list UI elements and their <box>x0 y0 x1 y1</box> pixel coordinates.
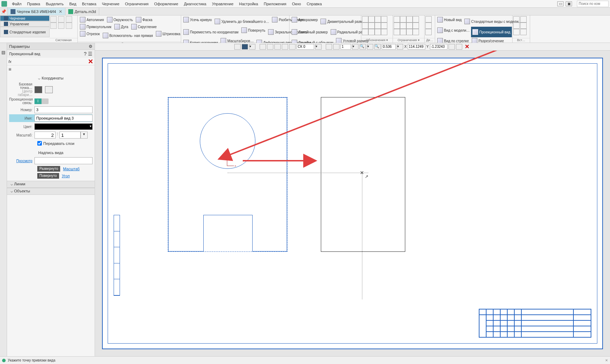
window-cascade-icon[interactable]: ▣ <box>566 1 572 6</box>
close-icon[interactable]: ✕ <box>463 43 471 50</box>
btn-arc[interactable]: Дуга <box>113 23 130 30</box>
pin-icon[interactable]: 📌 <box>0 8 8 15</box>
zoom-in-icon[interactable]: 🔍 <box>374 44 381 50</box>
ct-icon[interactable] <box>456 44 462 50</box>
search-input[interactable] <box>577 1 609 7</box>
layers-checkbox[interactable] <box>37 141 42 146</box>
btn-modelview[interactable]: Вид с модели… <box>436 27 471 34</box>
close-icon[interactable]: ✕ <box>88 58 93 65</box>
ct-icon[interactable] <box>333 44 339 50</box>
tree-icon[interactable]: ▤ <box>1 50 5 55</box>
constr-icon[interactable] <box>413 16 419 23</box>
ct-icon[interactable] <box>242 44 248 50</box>
print-icon[interactable] <box>50 23 57 29</box>
tab-drawing[interactable]: Чертеж БЕЗ ИМЕНИ4 ✕ <box>8 8 65 15</box>
ct-icon[interactable] <box>267 44 273 50</box>
scale-den[interactable] <box>59 132 81 139</box>
ct-icon[interactable] <box>449 44 455 50</box>
ct-dropdown[interactable]: ▾ <box>352 44 358 50</box>
menu-edit[interactable]: Правка <box>24 1 43 7</box>
btn-rectangle[interactable]: Прямоугольник <box>78 23 113 30</box>
basepoint-icon-1[interactable] <box>34 86 42 93</box>
ins-icon[interactable] <box>513 16 520 23</box>
status-close-icon[interactable]: ✕ <box>605 358 608 362</box>
ins-icon[interactable] <box>520 29 527 35</box>
ct-icon[interactable] <box>274 44 281 50</box>
step-input[interactable] <box>341 44 351 50</box>
preview-link[interactable]: Просмотр <box>16 159 32 163</box>
annot-icon[interactable] <box>375 29 381 35</box>
btn-circle[interactable]: Окружность <box>106 16 134 23</box>
diag-icon[interactable] <box>425 29 432 35</box>
list-icon[interactable]: ☰ <box>88 51 93 57</box>
btn-auxline[interactable]: Вспомогатель- ная прямая <box>101 30 154 41</box>
constr-icon[interactable] <box>406 29 413 35</box>
ct-icon[interactable] <box>260 44 266 50</box>
projlink-toggle[interactable]: I <box>34 98 49 104</box>
menu-select[interactable]: Выделить <box>43 1 66 7</box>
btn-diam[interactable]: Диаметральный размер <box>319 16 368 27</box>
annot-icon[interactable] <box>368 16 375 23</box>
tab-part[interactable]: Деталь.m3d <box>65 8 99 15</box>
zoom-out-icon[interactable]: 🔍 <box>360 44 366 50</box>
btn-trim[interactable]: Усечь кривую <box>182 16 213 23</box>
ins-icon[interactable] <box>513 29 520 35</box>
link-angle[interactable]: Угол <box>60 173 72 179</box>
annot-icon[interactable] <box>368 29 375 35</box>
fx-icon[interactable]: fx <box>8 59 12 64</box>
save-icon[interactable] <box>66 16 72 23</box>
open-icon[interactable] <box>58 16 64 23</box>
zoom-input[interactable] <box>382 44 396 50</box>
annot-icon[interactable] <box>362 29 368 35</box>
btn-chamfer[interactable]: Фаска <box>134 16 154 23</box>
section-coords[interactable]: Координаты <box>9 75 93 82</box>
constr-icon[interactable] <box>394 23 400 29</box>
constr-icon[interactable] <box>406 16 413 23</box>
menu-constraints[interactable]: Ограничения <box>122 1 151 7</box>
annot-icon[interactable] <box>368 23 375 29</box>
menu-insert[interactable]: Вставка <box>79 1 99 7</box>
menu-manage[interactable]: Управление <box>209 1 236 7</box>
btn-autoline[interactable]: Автолиния <box>78 16 106 23</box>
ct-icon[interactable] <box>326 44 332 50</box>
annot-icon[interactable] <box>362 16 368 23</box>
caption-input[interactable] <box>34 157 93 164</box>
menu-window[interactable]: Окно <box>289 1 304 7</box>
drawing-canvas[interactable]: y x ✕ ↗ <box>95 51 610 356</box>
btn-hatch[interactable]: Штриховка <box>154 30 182 37</box>
menu-apps[interactable]: Приложения <box>261 1 289 7</box>
constr-icon[interactable] <box>400 16 406 23</box>
annot-icon[interactable] <box>362 23 368 29</box>
link-scale[interactable]: Масштаб <box>61 166 82 172</box>
btn-autodim[interactable]: Авторазмер <box>290 16 319 23</box>
btn-fillet[interactable]: Скругление <box>130 23 158 30</box>
source-view[interactable] <box>168 97 287 252</box>
ribbon-tab-std[interactable]: Стандартные изделия <box>0 27 50 37</box>
basepoint-icon-2[interactable] <box>45 86 53 93</box>
close-icon[interactable]: ✕ <box>59 9 62 14</box>
ct-icon[interactable] <box>234 44 241 50</box>
constr-icon[interactable] <box>400 23 406 29</box>
title-block[interactable] <box>479 309 591 338</box>
ins-icon[interactable] <box>513 23 520 29</box>
ct-icon[interactable] <box>282 44 288 50</box>
ruler-icon[interactable]: ≡ <box>8 66 11 72</box>
btn-line[interactable]: Отрезок <box>78 30 101 37</box>
section-lines[interactable]: Линии <box>7 181 95 188</box>
annot-icon[interactable] <box>375 16 381 23</box>
menu-design[interactable]: Оформление <box>151 1 181 7</box>
menu-file[interactable]: Файл <box>9 1 24 7</box>
btn-move[interactable]: Переместить по координатам <box>182 27 240 37</box>
annot-icon[interactable] <box>381 23 387 29</box>
menu-settings[interactable]: Настройка <box>236 1 261 7</box>
annot-icon[interactable] <box>381 29 387 35</box>
constr-icon[interactable] <box>394 29 400 35</box>
ribbon-tab-manage[interactable]: Управление <box>0 21 50 27</box>
color-select[interactable] <box>34 123 93 130</box>
btn-rotate[interactable]: Повернуть <box>240 27 267 34</box>
window-tile-icon[interactable]: ▭ <box>557 1 564 6</box>
annot-icon[interactable] <box>375 23 381 29</box>
ins-icon[interactable] <box>520 16 527 23</box>
preview-icon[interactable] <box>58 23 64 29</box>
help-icon[interactable]: ? <box>84 51 87 57</box>
